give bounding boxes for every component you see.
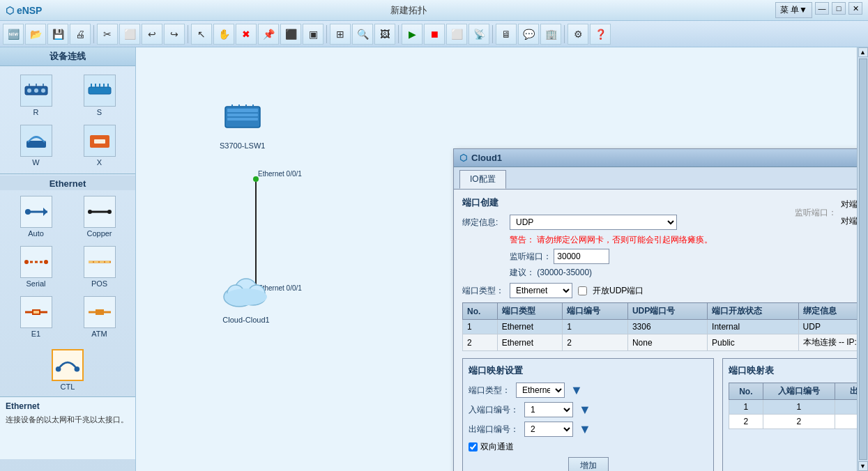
sep4 — [398, 25, 399, 43]
svg-rect-36 — [227, 114, 258, 116]
menu-btn[interactable]: 菜 单▼ — [775, 2, 812, 18]
dropdown-arrow2[interactable]: ▼ — [579, 403, 591, 417]
info-title: Ethernet — [6, 401, 130, 411]
monitor-label: 监听端口： — [510, 252, 551, 261]
udp-checkbox[interactable] — [578, 286, 587, 295]
dialog-title-bar: ⬡ Cloud1 — □ ✕ — [454, 149, 868, 167]
map-col-no: No. — [729, 383, 763, 400]
sep6 — [564, 25, 565, 43]
cut-btn[interactable]: ✂ — [97, 24, 118, 45]
mapping-table-row[interactable]: 221Ethernet — [729, 415, 869, 429]
sep5 — [492, 25, 493, 43]
switch-label: S3700-LSW1 — [220, 141, 265, 150]
help-btn[interactable]: ❓ — [590, 24, 611, 45]
port-table-row[interactable]: 2Ethernet2NonePublic本地连接 -- IP: 192.168.… — [463, 334, 869, 351]
copper-conn[interactable]: Copper — [69, 193, 130, 240]
map-out-port-label: 出端口编号： — [469, 424, 519, 435]
dialog-title: ⬡ Cloud1 — [459, 153, 502, 163]
switch-node[interactable]: S3700-LSW1 — [220, 103, 265, 150]
minimize-btn[interactable]: — — [815, 2, 829, 15]
canvas-area[interactable]: S3700-LSW1 Ethernet 0/0/1 Ethernet 0/0/1… — [136, 47, 868, 471]
svg-point-47 — [225, 288, 267, 305]
del-btn-row: 删除 — [729, 457, 868, 471]
monitor-btn[interactable]: 🖥 — [496, 24, 517, 45]
pin-btn[interactable]: 📌 — [258, 24, 279, 45]
ctl-row: CTL — [0, 343, 135, 396]
mapping-table-row[interactable]: 112Ethernet — [729, 400, 869, 415]
atm-conn[interactable]: ATM — [69, 293, 130, 341]
toolbar: 🆕 📂 💾 🖨 ✂ ⬜ ↩ ↪ ↖ ✋ ✖ 📌 ⬛ ▣ ⊞ 🔍 🖼 ▶ ⏹ ⬜ … — [0, 21, 868, 47]
box2-btn[interactable]: ▣ — [303, 24, 323, 45]
bidirect-checkbox[interactable] — [469, 442, 478, 451]
close-btn[interactable]: ✕ — [848, 2, 862, 15]
ethernet-section-label: Ethernet — [0, 176, 135, 190]
zoom-fit-btn[interactable]: ⊞ — [330, 24, 351, 45]
canvas-scrollbar[interactable]: ▲ ▼ — [857, 47, 868, 471]
add-btn-row: 增加 — [469, 457, 708, 471]
port-type-label: 端口类型： — [462, 285, 504, 297]
mapping-config-title: 端口映射设置 — [469, 364, 708, 377]
pause-btn[interactable]: ⬜ — [446, 24, 467, 45]
broadcast-btn[interactable]: 📡 — [469, 24, 489, 45]
ctl-conn[interactable]: CTL — [49, 346, 86, 394]
port-table-row[interactable]: 1Ethernet13306InternalUDP — [463, 320, 869, 334]
auto-conn[interactable]: Auto — [6, 193, 66, 240]
stop-btn[interactable]: ⏹ — [424, 24, 445, 45]
suggest-value: (30000-35000) — [537, 268, 592, 277]
box1-btn[interactable]: ⬛ — [280, 24, 301, 45]
port-type-select[interactable]: Ethernet — [510, 283, 572, 298]
scroll-down[interactable]: ▼ — [858, 461, 868, 471]
device-switch[interactable]: S — [69, 72, 130, 119]
svg-rect-35 — [227, 109, 258, 112]
svg-point-20 — [88, 210, 92, 214]
serial-conn[interactable]: Serial — [6, 243, 66, 291]
open-btn[interactable]: 📂 — [25, 24, 46, 45]
delete-btn[interactable]: ✖ — [236, 24, 257, 45]
chat-btn[interactable]: 💬 — [518, 24, 539, 45]
scroll-thumb[interactable] — [859, 59, 867, 460]
new-btn[interactable]: 🆕 — [3, 24, 24, 45]
device-security[interactable]: X — [69, 122, 130, 169]
play-btn[interactable]: ▶ — [402, 24, 422, 45]
sidebar-title: 设备连线 — [0, 47, 135, 66]
cloud-node[interactable]: Cloud-Cloud1 — [218, 270, 274, 324]
pos-conn[interactable]: POS — [69, 243, 130, 291]
add-mapping-btn[interactable]: 增加 — [568, 457, 609, 471]
e1-conn[interactable]: E1 — [6, 293, 66, 341]
select-btn[interactable]: ↖ — [191, 24, 212, 45]
dropdown-arrow3[interactable]: ▼ — [579, 422, 591, 437]
mapping-table-title: 端口映射表 — [729, 364, 868, 377]
save-btn[interactable]: 💾 — [47, 24, 68, 45]
print-btn[interactable]: 🖨 — [70, 24, 91, 45]
scroll-up[interactable]: ▲ — [858, 47, 868, 57]
map-port-type-select[interactable]: Ethernet — [516, 383, 565, 398]
zoom-in-btn[interactable]: 🔍 — [352, 24, 373, 45]
settings-btn[interactable]: ⚙ — [568, 24, 588, 45]
restore-btn[interactable]: □ — [832, 2, 846, 15]
device-router[interactable]: R — [6, 72, 66, 119]
title-bar-left: ⬡ eNSP — [6, 5, 42, 16]
company-btn[interactable]: 🏢 — [540, 24, 561, 45]
divider1 — [0, 173, 135, 174]
copy-btn[interactable]: ⬜ — [119, 24, 140, 45]
port-table: No. 端口类型 端口编号 UDP端口号 端口开放状态 绑定信息 1Ethern… — [462, 302, 868, 351]
redo-btn[interactable]: ↪ — [164, 24, 185, 45]
warning-text: 警告： 请勿绑定公网网卡，否则可能会引起网络瘫痪。 — [510, 235, 713, 245]
svg-point-21 — [107, 210, 112, 214]
device-wireless[interactable]: W — [6, 122, 66, 169]
tab-io-config[interactable]: IO配置 — [459, 170, 506, 189]
map-out-port-select[interactable]: 2 — [524, 422, 573, 437]
mapping-table: No. 入端口编号 出端口编号 端口类型 112Ethernet221Ether… — [729, 383, 868, 429]
map-in-port-row: 入端口编号： 1 ▼ — [469, 402, 708, 417]
monitor-port-input[interactable] — [554, 249, 609, 264]
bind-select[interactable]: UDP — [510, 215, 677, 230]
bidirect-row: 双向通道 — [469, 441, 708, 453]
undo-btn[interactable]: ↩ — [142, 24, 162, 45]
hand-btn[interactable]: ✋ — [213, 24, 234, 45]
wireless-label: W — [32, 158, 39, 167]
col-status: 端口开放状态 — [708, 303, 799, 320]
image-btn[interactable]: 🖼 — [374, 24, 395, 45]
map-in-port-select[interactable]: 1 — [524, 402, 573, 417]
dropdown-arrow[interactable]: ▼ — [570, 383, 583, 398]
title-bar-controls: 菜 单▼ — □ ✕ — [775, 2, 862, 18]
